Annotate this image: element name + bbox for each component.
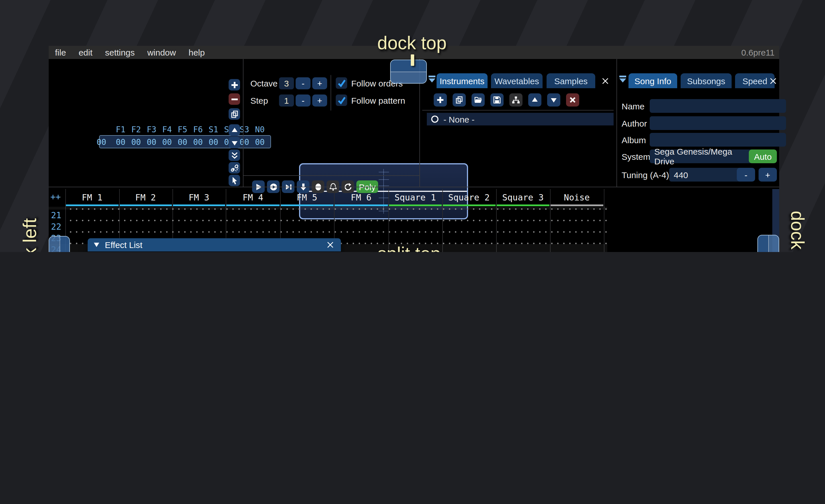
menu-edit[interactable]: edit bbox=[72, 46, 98, 59]
divider bbox=[49, 187, 779, 187]
author-input[interactable] bbox=[650, 116, 786, 130]
order-cell[interactable]: 00 bbox=[159, 138, 175, 147]
name-input[interactable] bbox=[650, 99, 786, 113]
order-cell[interactable]: 00 bbox=[175, 138, 190, 147]
octave-minus-button[interactable]: - bbox=[296, 77, 310, 89]
divider bbox=[422, 110, 614, 110]
order-row-number[interactable]: 00 bbox=[96, 138, 107, 147]
tuning-input[interactable]: 440 bbox=[669, 168, 743, 182]
dock-target-right[interactable] bbox=[757, 235, 779, 252]
instrument-open-button[interactable] bbox=[471, 93, 485, 106]
close-icon[interactable] bbox=[599, 73, 611, 88]
instrument-duplicate-button[interactable] bbox=[453, 93, 466, 106]
channel-underline bbox=[497, 204, 549, 206]
order-move-up-button[interactable] bbox=[229, 124, 240, 136]
order-cell[interactable]: 00 bbox=[144, 138, 159, 147]
album-label: Album bbox=[622, 134, 646, 146]
instrument-tree-button[interactable] bbox=[509, 93, 523, 106]
name-label: Name bbox=[622, 100, 645, 112]
effect-list-window[interactable]: Effect List Chip at cursor: Yamaha YM261… bbox=[88, 238, 341, 252]
double-down-icon bbox=[230, 151, 239, 160]
order-cell[interactable]: 00 bbox=[113, 138, 128, 147]
order-double-down-button[interactable] bbox=[229, 150, 240, 161]
close-icon[interactable] bbox=[326, 241, 334, 249]
tuning-plus-button[interactable]: + bbox=[759, 168, 777, 182]
order-pointer-button[interactable] bbox=[229, 175, 240, 186]
channel-square-3[interactable]: Square 3 bbox=[496, 191, 550, 204]
channel-fm-2[interactable]: FM 2 bbox=[119, 191, 172, 204]
channel-underline bbox=[334, 204, 388, 206]
instrument-name: - None - bbox=[443, 114, 474, 124]
channel-fm-3[interactable]: FM 3 bbox=[172, 191, 226, 204]
instrument-add-button[interactable] bbox=[434, 93, 447, 106]
add-icon bbox=[230, 80, 239, 89]
add-icon bbox=[436, 96, 445, 104]
tab-wavetables[interactable]: Wavetables bbox=[491, 73, 542, 88]
move-down-icon bbox=[230, 138, 239, 147]
order-move-down-button[interactable] bbox=[229, 137, 240, 148]
tab-instruments[interactable]: Instruments bbox=[437, 73, 487, 88]
system-input[interactable]: Sega Genesis/Mega Drive bbox=[650, 150, 754, 163]
instrument-list-item[interactable]: - None - bbox=[427, 113, 614, 125]
auto-system-button[interactable]: Auto bbox=[749, 150, 777, 163]
dock-target-left[interactable] bbox=[49, 236, 70, 252]
order-col-F6: F6 bbox=[190, 125, 206, 134]
menu-window[interactable]: window bbox=[141, 46, 182, 59]
follow-orders-checkbox[interactable] bbox=[336, 77, 347, 89]
channel-underline bbox=[66, 204, 118, 206]
instrument-move-up-button[interactable] bbox=[528, 93, 541, 106]
order-col-F3: F3 bbox=[144, 125, 159, 134]
octave-value[interactable]: 3 bbox=[279, 77, 294, 89]
tuning-minus-button[interactable]: - bbox=[737, 168, 755, 182]
save-icon bbox=[493, 96, 501, 104]
order-remove-button[interactable] bbox=[229, 93, 240, 105]
open-icon bbox=[474, 96, 482, 104]
channel-fm-4[interactable]: FM 4 bbox=[226, 191, 280, 204]
pattern-options-button[interactable]: ++ bbox=[51, 192, 61, 202]
menu-help[interactable]: help bbox=[182, 46, 211, 59]
octave-plus-button[interactable]: + bbox=[312, 77, 327, 89]
menu-settings[interactable]: settings bbox=[99, 46, 141, 59]
order-add-button[interactable] bbox=[229, 79, 240, 90]
tab-samples[interactable]: Samples bbox=[546, 73, 595, 88]
divider bbox=[243, 59, 243, 187]
move-down-icon bbox=[549, 96, 558, 104]
row-number: 21 bbox=[51, 209, 66, 221]
channel-square-1[interactable]: Square 1 bbox=[388, 191, 442, 204]
window-menu-icon[interactable] bbox=[428, 75, 436, 86]
order-duplicate-button[interactable] bbox=[229, 108, 240, 120]
step-label: Step bbox=[250, 94, 268, 106]
annotation-dock-left: dock left bbox=[19, 218, 41, 252]
order-cell[interactable]: 00 bbox=[190, 138, 206, 147]
order-cell[interactable]: 00 bbox=[128, 138, 144, 147]
step-plus-button[interactable]: + bbox=[312, 94, 327, 106]
album-input[interactable] bbox=[650, 133, 786, 147]
instrument-move-down-button[interactable] bbox=[547, 93, 560, 106]
window-title: Effect List bbox=[105, 240, 142, 250]
close-icon[interactable] bbox=[766, 73, 779, 88]
order-cell[interactable]: 00 bbox=[206, 138, 221, 147]
collapse-icon[interactable] bbox=[93, 241, 100, 249]
instrument-save-button[interactable] bbox=[491, 93, 504, 106]
instrument-delete-button[interactable] bbox=[566, 93, 579, 106]
divider bbox=[616, 59, 617, 187]
tab-song-info[interactable]: Song Info bbox=[628, 73, 677, 88]
tree-icon bbox=[512, 96, 520, 104]
tab-subsongs[interactable]: Subsongs bbox=[681, 73, 732, 88]
duplicate-icon bbox=[230, 110, 239, 118]
window-menu-icon[interactable] bbox=[619, 75, 627, 86]
order-unlink-button[interactable] bbox=[229, 162, 240, 174]
channel-square-2[interactable]: Square 2 bbox=[442, 191, 496, 204]
move-up-icon bbox=[230, 126, 239, 134]
step-minus-button[interactable]: - bbox=[296, 94, 310, 106]
dock-target-top[interactable] bbox=[390, 60, 427, 84]
step-value[interactable]: 1 bbox=[279, 94, 294, 106]
channel-noise[interactable]: Noise bbox=[550, 191, 604, 204]
menu-file[interactable]: file bbox=[49, 46, 72, 59]
order-cell[interactable]: 00 bbox=[252, 138, 268, 147]
follow-pattern-checkbox[interactable] bbox=[336, 94, 347, 106]
effect-list-titlebar[interactable]: Effect List bbox=[88, 238, 341, 251]
channel-fm-5[interactable]: FM 5 bbox=[280, 191, 334, 204]
channel-fm-6[interactable]: FM 6 bbox=[334, 191, 388, 204]
channel-fm-1[interactable]: FM 1 bbox=[65, 191, 119, 204]
